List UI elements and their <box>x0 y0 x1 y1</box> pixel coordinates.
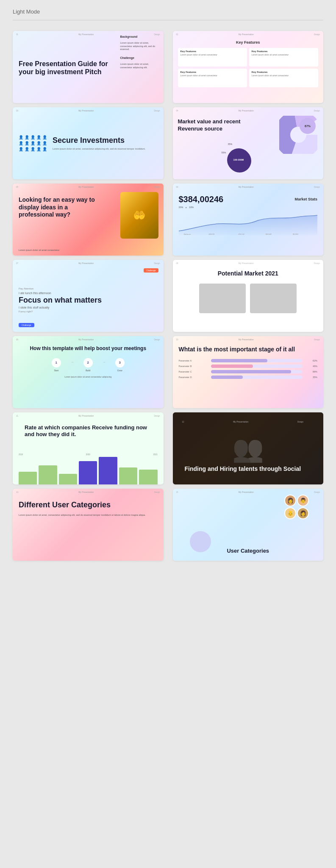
avatar-2: 👨 <box>297 495 309 506</box>
person-icon-9: 👤 <box>36 141 41 145</box>
slide-2-item-1: Key Features Lorem ipsum dolor sit amet … <box>178 48 247 67</box>
slide-10[interactable]: 10 My Presentation Design Whtat is the m… <box>173 336 324 408</box>
slide-1-nav-left: 01 <box>16 33 18 36</box>
slide-2-grid: Key Features Lorem ipsum dolor sit amet … <box>178 48 319 87</box>
slide-5-image: 🤲 <box>120 192 158 239</box>
slide-14-title: User Categories <box>227 548 269 554</box>
svg-text:Balance: Balance <box>183 233 191 235</box>
slide-7-challenge-tag: Challenge <box>19 320 34 328</box>
slide-6-stats-row: 20% ▲ 10% <box>179 206 318 209</box>
slide-4-title: Market value and recent Revenrue source <box>178 118 255 133</box>
slide-4-label2: 55% <box>222 151 226 154</box>
slide-13[interactable]: 13 My Presentation Design Different User… <box>13 489 164 561</box>
slide-14-avatars: 👩 👨 👴 👩 <box>284 495 318 519</box>
slide-9-title: How this template will help boost your m… <box>19 345 158 352</box>
slide-1-nav-right: Design <box>154 33 160 36</box>
slide-1-left: Free Presentation Guide for your big inv… <box>13 31 117 103</box>
slide-9-description: Lorem ipsum dolor sit amet consectetur a… <box>19 376 158 378</box>
slide-10-bar-3 <box>211 370 292 373</box>
slide-6-stat1: 20% <box>179 206 183 209</box>
svg-text:400/20: 400/20 <box>208 233 215 235</box>
slide-10-topbar: 10 My Presentation Design <box>173 338 324 341</box>
slide-1-topbar: 01 My Presentation Design <box>13 33 164 36</box>
slide-1[interactable]: 01 My Presentation Design Free Presentat… <box>13 31 164 103</box>
slide-10-bar-1 <box>211 359 268 362</box>
slide-2-item-4: Key Features Lorem ipsum dolor sit amet … <box>249 69 318 87</box>
slide-1-nav-center: My Presentation <box>78 33 94 36</box>
slide-1-text1: Lorem ipsum dolor sit amet, consectetur … <box>120 42 160 51</box>
slide-9-arrow-1: → <box>70 358 74 372</box>
slide-grid-row-4: 07 My Presentation Design Challenge Pay … <box>13 260 323 332</box>
slide-4-bubble-large: 100-300M <box>227 148 250 172</box>
slide-9[interactable]: 09 My Presentation Design How this templ… <box>13 336 164 408</box>
slide-7-subtext: I stole this stuff actually <box>19 306 158 309</box>
slide-2[interactable]: 02 My Presentation Design Key Features K… <box>173 31 324 103</box>
slide-4-label1: 35% <box>228 143 233 145</box>
slide-3-icons: 👤 👤 👤 👤 👤 👤 👤 👤 👤 👤 👤 👤 👤 👤 👤 <box>19 135 47 151</box>
slide-8[interactable]: 08 My Presentation Design Potential Mark… <box>173 260 324 332</box>
slide-8-image-1 <box>199 284 246 313</box>
slide-7-title: Focus on what matters <box>19 296 158 305</box>
slide-10-field-2: Parameter B 46% <box>179 364 318 368</box>
person-icon-4: 👤 <box>36 135 41 139</box>
person-icon-6: 👤 <box>19 141 23 145</box>
slide-12-title: Finding and Hiring talents through Socia… <box>185 465 301 473</box>
slide-11-bar-4 <box>79 461 97 484</box>
slide-9-step-2: 2 Build <box>76 358 100 372</box>
slide-11-bar-2 <box>39 465 57 484</box>
slide-10-field-4: Parameter D 35% <box>179 376 318 379</box>
slide-11[interactable]: 11 My Presentation Design Rate at which … <box>13 412 164 484</box>
person-icon-7: 👤 <box>25 141 29 145</box>
person-icon-11: 👤 <box>19 147 23 151</box>
slide-7-topbar: 07 My Presentation Design <box>13 262 164 264</box>
slide-8-topbar: 08 My Presentation Design <box>173 262 324 264</box>
slide-10-fields: Parameter A 62% Parameter B 46% Paramete… <box>179 359 318 379</box>
slide-9-topbar: 09 My Presentation Design <box>13 338 164 341</box>
slide-5-title: Looking for an easy way to display ideas… <box>19 196 95 219</box>
slide-3-title: Secure Investments <box>53 136 145 145</box>
slide-grid-row-1: 01 My Presentation Design Free Presentat… <box>13 31 323 103</box>
slide-11-bar-chart <box>13 457 164 484</box>
slide-9-step-1: 1 Start <box>44 358 68 372</box>
slide-grid-row-5: 09 My Presentation Design How this templ… <box>13 336 323 408</box>
slide-5-image-icon: 🤲 <box>133 209 146 221</box>
slide-12[interactable]: 👥 12 My Presentation Design Finding and … <box>173 412 324 484</box>
slide-3-topbar: 03 My Presentation Design <box>13 109 164 112</box>
slide-10-bar-2 <box>211 364 253 368</box>
slide-3[interactable]: 03 My Presentation Design 👤 👤 👤 👤 👤 👤 👤 … <box>13 107 164 179</box>
slide-1-text2: Lorem ipsum dolor sit amet, consectetur … <box>120 63 160 69</box>
slide-9-arrow-2: → <box>102 358 106 372</box>
slide-12-content: 12 My Presentation Design Finding and Hi… <box>179 418 307 479</box>
slide-7[interactable]: 07 My Presentation Design Challenge Pay … <box>13 260 164 332</box>
slide-12-topbar: 12 My Presentation Design <box>179 420 307 423</box>
svg-text:$1200: $1200 <box>293 233 299 235</box>
svg-text:$40.80: $40.80 <box>265 233 272 235</box>
divider <box>13 20 323 20</box>
slide-14-topbar: 14 My Presentation Design <box>173 491 324 493</box>
slide-10-field-3: Parameter C 88% <box>179 370 318 373</box>
slide-14[interactable]: 14 My Presentation Design 👩 👨 👴 👩 User C… <box>173 489 324 561</box>
slide-14-title-container: User Categories <box>227 536 269 554</box>
slide-5[interactable]: 05 My Presentation Design Looking for an… <box>13 184 164 256</box>
slide-grid-row-2: 03 My Presentation Design 👤 👤 👤 👤 👤 👤 👤 … <box>13 107 323 179</box>
slide-grid-row-7: 13 My Presentation Design Different User… <box>13 489 323 561</box>
slide-6-header: $384,00246 Market Stats <box>179 195 318 204</box>
slide-10-bar-4 <box>211 376 243 379</box>
slide-11-bar-5 <box>99 457 117 484</box>
avatar-3: 👴 <box>284 507 296 519</box>
slide-2-topbar: 02 My Presentation Design <box>173 33 324 36</box>
slide-10-field-1: Parameter A 62% <box>179 359 318 362</box>
slide-8-image-2 <box>250 284 297 313</box>
slide-6[interactable]: 06 My Presentation Design $384,00246 Mar… <box>173 184 324 256</box>
avatar-4: 👩 <box>297 507 309 519</box>
avatar-1: 👩 <box>284 495 296 506</box>
person-icon-12: 👤 <box>25 147 29 151</box>
slide-3-text: Lorem ipsum dolor sit amet, consectetur … <box>53 147 145 151</box>
person-icon-15: 👤 <box>42 147 47 151</box>
slide-4[interactable]: 04 My Presentation Design Market value a… <box>173 107 324 179</box>
slide-14-bubble <box>190 531 211 552</box>
slide-11-bar-6 <box>119 467 137 484</box>
svg-text:450.50: 450.50 <box>238 233 244 235</box>
person-icon-3: 👤 <box>31 135 35 139</box>
slide-4-bubble-small: 67% <box>300 118 316 134</box>
